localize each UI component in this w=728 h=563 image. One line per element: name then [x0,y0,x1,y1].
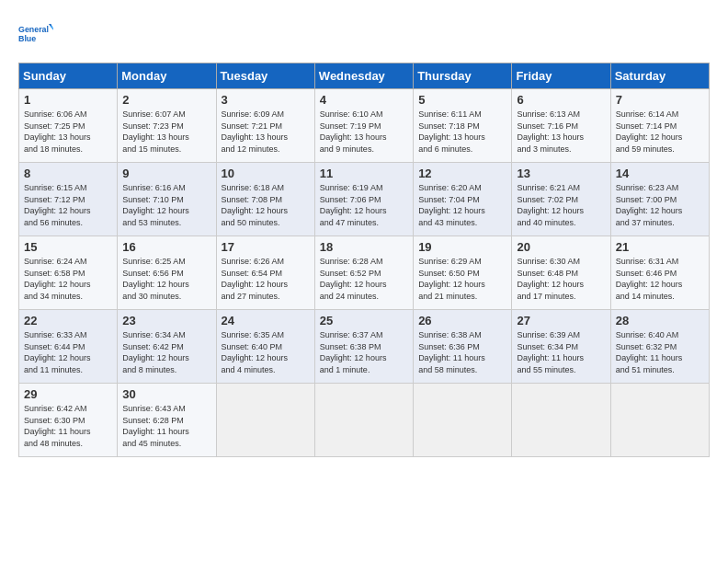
svg-text:General: General [18,25,49,34]
day-info: Sunrise: 6:28 AM Sunset: 6:52 PM Dayligh… [320,256,408,302]
day-info: Sunrise: 6:37 AM Sunset: 6:38 PM Dayligh… [320,329,408,375]
day-number: 7 [616,93,704,107]
day-info: Sunrise: 6:06 AM Sunset: 7:25 PM Dayligh… [24,109,112,155]
col-header-tuesday: Tuesday [216,63,314,89]
calendar-cell: 4Sunrise: 6:10 AM Sunset: 7:19 PM Daylig… [314,89,413,163]
day-info: Sunrise: 6:14 AM Sunset: 7:14 PM Dayligh… [616,109,704,155]
calendar-cell: 25Sunrise: 6:37 AM Sunset: 6:38 PM Dayli… [314,310,413,384]
header-row-days: SundayMondayTuesdayWednesdayThursdayFrid… [19,63,710,89]
calendar-cell: 10Sunrise: 6:18 AM Sunset: 7:08 PM Dayli… [216,163,314,236]
day-number: 18 [320,240,408,254]
day-number: 17 [222,240,310,254]
day-info: Sunrise: 6:20 AM Sunset: 7:04 PM Dayligh… [418,182,506,228]
day-number: 20 [517,240,605,254]
day-number: 24 [222,314,310,327]
calendar-cell: 5Sunrise: 6:11 AM Sunset: 7:18 PM Daylig… [414,89,512,163]
day-number: 22 [24,314,112,327]
day-number: 30 [122,387,210,401]
calendar-cell: 26Sunrise: 6:38 AM Sunset: 6:36 PM Dayli… [414,310,512,384]
day-number: 1 [24,93,112,107]
col-header-friday: Friday [512,63,610,89]
day-info: Sunrise: 6:16 AM Sunset: 7:10 PM Dayligh… [122,182,210,228]
day-info: Sunrise: 6:09 AM Sunset: 7:21 PM Dayligh… [222,109,310,155]
calendar-cell: 6Sunrise: 6:13 AM Sunset: 7:16 PM Daylig… [512,89,610,163]
day-info: Sunrise: 6:29 AM Sunset: 6:50 PM Dayligh… [418,256,506,302]
svg-text:Blue: Blue [18,34,36,43]
day-number: 29 [24,387,112,401]
day-number: 9 [122,167,210,180]
day-info: Sunrise: 6:30 AM Sunset: 6:48 PM Dayligh… [517,256,605,302]
calendar-cell: 24Sunrise: 6:35 AM Sunset: 6:40 PM Dayli… [216,310,314,384]
day-info: Sunrise: 6:23 AM Sunset: 7:00 PM Dayligh… [616,182,704,228]
day-info: Sunrise: 6:39 AM Sunset: 6:34 PM Dayligh… [517,329,605,375]
day-info: Sunrise: 6:40 AM Sunset: 6:32 PM Dayligh… [616,329,704,375]
day-number: 15 [24,240,112,254]
week-row-1: 1Sunrise: 6:06 AM Sunset: 7:25 PM Daylig… [19,89,710,163]
day-number: 3 [222,93,310,107]
logo-svg: General Blue [18,18,53,53]
day-info: Sunrise: 6:24 AM Sunset: 6:58 PM Dayligh… [24,256,112,302]
day-number: 26 [418,314,506,327]
calendar-table: SundayMondayTuesdayWednesdayThursdayFrid… [18,63,710,457]
calendar-cell: 8Sunrise: 6:15 AM Sunset: 7:12 PM Daylig… [19,163,118,236]
calendar-cell [314,384,413,457]
day-number: 21 [616,240,704,254]
svg-marker-3 [50,26,53,31]
calendar-cell [414,384,512,457]
day-number: 25 [320,314,408,327]
calendar-cell [512,384,610,457]
day-number: 28 [616,314,704,327]
day-number: 13 [517,167,605,180]
calendar-cell [610,384,709,457]
calendar-cell: 16Sunrise: 6:25 AM Sunset: 6:56 PM Dayli… [118,236,216,310]
col-header-sunday: Sunday [19,63,118,89]
day-number: 23 [122,314,210,327]
day-info: Sunrise: 6:26 AM Sunset: 6:54 PM Dayligh… [222,256,310,302]
header-row: General Blue [18,18,710,53]
calendar-cell: 12Sunrise: 6:20 AM Sunset: 7:04 PM Dayli… [414,163,512,236]
col-header-wednesday: Wednesday [314,63,413,89]
calendar-cell: 19Sunrise: 6:29 AM Sunset: 6:50 PM Dayli… [414,236,512,310]
calendar-cell: 27Sunrise: 6:39 AM Sunset: 6:34 PM Dayli… [512,310,610,384]
calendar-cell: 21Sunrise: 6:31 AM Sunset: 6:46 PM Dayli… [610,236,709,310]
day-info: Sunrise: 6:34 AM Sunset: 6:42 PM Dayligh… [122,329,210,375]
day-info: Sunrise: 6:33 AM Sunset: 6:44 PM Dayligh… [24,329,112,375]
day-number: 11 [320,167,408,180]
calendar-cell: 23Sunrise: 6:34 AM Sunset: 6:42 PM Dayli… [118,310,216,384]
week-row-4: 22Sunrise: 6:33 AM Sunset: 6:44 PM Dayli… [19,310,710,384]
day-info: Sunrise: 6:11 AM Sunset: 7:18 PM Dayligh… [418,109,506,155]
calendar-cell: 22Sunrise: 6:33 AM Sunset: 6:44 PM Dayli… [19,310,118,384]
day-number: 5 [418,93,506,107]
calendar-cell: 17Sunrise: 6:26 AM Sunset: 6:54 PM Dayli… [216,236,314,310]
day-number: 10 [222,167,310,180]
calendar-cell: 3Sunrise: 6:09 AM Sunset: 7:21 PM Daylig… [216,89,314,163]
day-info: Sunrise: 6:31 AM Sunset: 6:46 PM Dayligh… [616,256,704,302]
calendar-cell: 13Sunrise: 6:21 AM Sunset: 7:02 PM Dayli… [512,163,610,236]
calendar-cell: 30Sunrise: 6:43 AM Sunset: 6:28 PM Dayli… [118,384,216,457]
calendar-cell [216,384,314,457]
col-header-thursday: Thursday [414,63,512,89]
day-number: 6 [517,93,605,107]
day-info: Sunrise: 6:10 AM Sunset: 7:19 PM Dayligh… [320,109,408,155]
day-info: Sunrise: 6:21 AM Sunset: 7:02 PM Dayligh… [517,182,605,228]
day-info: Sunrise: 6:35 AM Sunset: 6:40 PM Dayligh… [222,329,310,375]
day-info: Sunrise: 6:07 AM Sunset: 7:23 PM Dayligh… [122,109,210,155]
day-number: 16 [122,240,210,254]
day-number: 27 [517,314,605,327]
day-info: Sunrise: 6:19 AM Sunset: 7:06 PM Dayligh… [320,182,408,228]
week-row-2: 8Sunrise: 6:15 AM Sunset: 7:12 PM Daylig… [19,163,710,236]
calendar-cell: 18Sunrise: 6:28 AM Sunset: 6:52 PM Dayli… [314,236,413,310]
day-info: Sunrise: 6:18 AM Sunset: 7:08 PM Dayligh… [222,182,310,228]
calendar-cell: 28Sunrise: 6:40 AM Sunset: 6:32 PM Dayli… [610,310,709,384]
calendar-cell: 14Sunrise: 6:23 AM Sunset: 7:00 PM Dayli… [610,163,709,236]
calendar-cell: 29Sunrise: 6:42 AM Sunset: 6:30 PM Dayli… [19,384,118,457]
calendar-cell: 2Sunrise: 6:07 AM Sunset: 7:23 PM Daylig… [118,89,216,163]
day-number: 14 [616,167,704,180]
calendar-cell: 11Sunrise: 6:19 AM Sunset: 7:06 PM Dayli… [314,163,413,236]
day-number: 8 [24,167,112,180]
day-number: 4 [320,93,408,107]
week-row-5: 29Sunrise: 6:42 AM Sunset: 6:30 PM Dayli… [19,384,710,457]
calendar-cell: 20Sunrise: 6:30 AM Sunset: 6:48 PM Dayli… [512,236,610,310]
calendar-cell: 1Sunrise: 6:06 AM Sunset: 7:25 PM Daylig… [19,89,118,163]
day-info: Sunrise: 6:13 AM Sunset: 7:16 PM Dayligh… [517,109,605,155]
